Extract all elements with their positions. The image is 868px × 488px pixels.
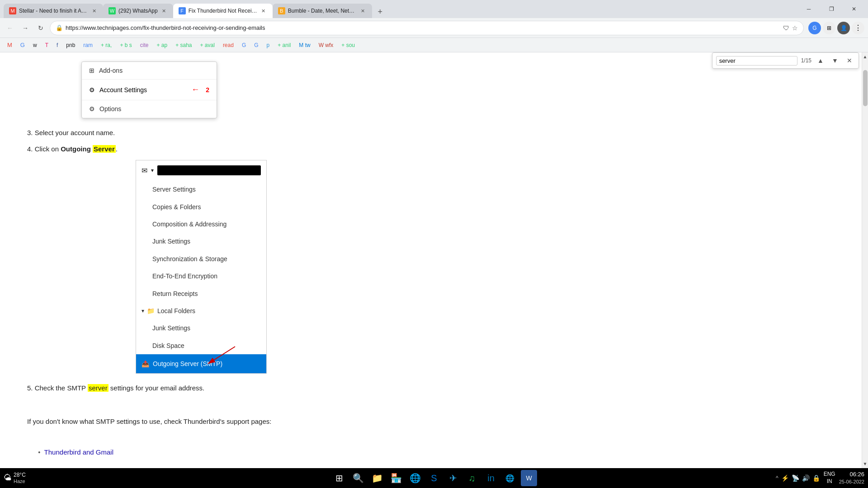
minimize-button[interactable]: ─ <box>798 2 819 16</box>
bookmark-wfx[interactable]: W wfx <box>315 41 337 50</box>
bookmark-sou[interactable]: + sou <box>338 41 359 50</box>
step4-highlight: Server <box>93 145 116 153</box>
taskbar-skype-button[interactable]: S <box>426 470 442 486</box>
bookmark-pnb[interactable]: pnb <box>62 41 79 50</box>
taskbar-telegram-button[interactable]: ✈ <box>445 470 461 486</box>
taskbar-word-button[interactable]: W <box>521 470 537 486</box>
restore-button[interactable]: ❐ <box>821 2 842 16</box>
tab-stellar[interactable]: M Stellar - Need to finish it ASAP - ✕ <box>4 4 103 18</box>
tab-technipages[interactable]: F Fix Thunderbird Not Receiving o... ✕ <box>173 4 273 18</box>
bookmark-bs[interactable]: + b s <box>116 41 135 50</box>
browser-frame: M Stellar - Need to finish it ASAP - ✕ W… <box>0 0 868 488</box>
bookmark-p[interactable]: p <box>263 41 274 50</box>
tray-chevron[interactable]: ^ <box>776 475 778 481</box>
link-item-gmail: • Thunderbird and Gmail <box>38 447 835 459</box>
close-button[interactable]: ✕ <box>844 2 864 16</box>
forward-button[interactable]: → <box>19 22 32 34</box>
taskbar-date: 25-06-2022 <box>839 479 864 485</box>
find-next-button[interactable]: ▼ <box>830 55 840 66</box>
star-icon[interactable]: ☆ <box>792 24 798 32</box>
setting-disk-space: Disk Space <box>136 337 266 354</box>
weather-widget[interactable]: 🌤 28°C Haze <box>4 472 26 484</box>
bookmark-anil[interactable]: + anil <box>274 41 294 50</box>
step4-suffix: . <box>116 145 118 153</box>
extension-icons: G ⊞ 👤 ⋮ <box>808 22 864 34</box>
taskbar-start-button[interactable]: ⊞ <box>331 470 347 486</box>
setting-lf-junk: Junk Settings <box>136 319 266 337</box>
taskbar-edge-button[interactable]: 🌐 <box>407 470 423 486</box>
bookmark-aval[interactable]: + aval <box>197 41 218 50</box>
bookmark-saha[interactable]: + saha <box>172 41 195 50</box>
bookmark-gmail[interactable]: M <box>4 40 16 50</box>
bookmark-f[interactable]: f <box>53 41 61 50</box>
taskbar-store-button[interactable]: 🏪 <box>388 470 404 486</box>
account-settings-label: Account Settings <box>99 85 147 95</box>
addons-label: Add-ons <box>99 66 123 75</box>
tab4-close[interactable]: ✕ <box>359 7 367 14</box>
scroll-up-button[interactable]: ▲ <box>863 52 868 61</box>
bookmark-t[interactable]: T <box>42 41 52 50</box>
taskbar-chrome-button[interactable]: 🌐 <box>502 470 518 486</box>
tab3-close[interactable]: ✕ <box>260 7 267 14</box>
tab4-favicon: B <box>278 7 285 14</box>
new-tab-button[interactable]: + <box>374 5 387 18</box>
bookmarks-bar: M G w T f pnb ram + ra, + b s cite + ap <box>0 38 868 52</box>
url-text: https://www.technipages.com/fix-thunderb… <box>66 24 780 31</box>
dropdown-options: ⚙ Options <box>82 100 217 117</box>
address-bar[interactable]: 🔒 https://www.technipages.com/fix-thunde… <box>50 21 804 35</box>
setting-junk: Junk Settings <box>136 233 266 250</box>
local-folders-label: Local Folders <box>157 306 195 316</box>
scroll-thumb[interactable] <box>863 70 868 106</box>
find-prev-button[interactable]: ▲ <box>815 55 826 66</box>
tab1-favicon: M <box>9 7 16 14</box>
back-button[interactable]: ← <box>4 22 16 34</box>
options-label: Options <box>99 104 121 114</box>
local-folders-header: ▾ 📁 Local Folders <box>136 302 266 319</box>
account-header: ✉ ▾ <box>136 160 266 181</box>
addons-icon: ⊞ <box>89 66 94 75</box>
taskbar-right: ^ ⚡ 📡 🔊 🔒 ENG IN 06:26 25-06-2022 <box>776 471 864 485</box>
taskbar-search-button[interactable]: 🔍 <box>350 470 366 486</box>
thunderbird-gmail-link[interactable]: Thunderbird and Gmail <box>44 447 113 458</box>
dropdown-screenshot-container: ⊞ Add-ons ⚙ Account Settings ← 2 ⚙ Optio… <box>27 61 835 118</box>
address-bar-row: ← → ↻ 🔒 https://www.technipages.com/fix-… <box>0 18 868 38</box>
tab2-favicon: W <box>108 7 116 14</box>
extensions-button[interactable]: ⊞ <box>823 22 835 34</box>
profile-button[interactable]: 👤 <box>837 22 850 34</box>
bookmark-ap[interactable]: + ap <box>153 41 171 50</box>
tray-icon-1: ⚡ <box>781 474 789 482</box>
tab1-close[interactable]: ✕ <box>90 7 98 14</box>
taskbar-spotify-button[interactable]: ♫ <box>464 470 480 486</box>
find-input[interactable] <box>716 56 797 66</box>
scroll-down-button[interactable]: ▼ <box>863 460 868 468</box>
bookmark-cite[interactable]: cite <box>137 41 152 50</box>
locale-text: ENG IN <box>824 471 835 485</box>
window-controls: ─ ❐ ✕ <box>798 2 864 18</box>
tab2-close[interactable]: ✕ <box>160 7 168 14</box>
red-arrow-svg <box>203 342 240 369</box>
extension-icon-1[interactable]: G <box>808 22 821 34</box>
smtp-info-text: If you don't know what SMTP settings to … <box>27 416 835 427</box>
weather-temp: 28°C <box>14 472 26 478</box>
tab-bumble[interactable]: B Bumble - Date, Meet, Network B... ✕ <box>273 4 372 18</box>
bookmark-ram[interactable]: ram <box>80 41 96 50</box>
bookmark-g2[interactable]: G <box>238 41 250 50</box>
tab-whatsapp[interactable]: W (292) WhatsApp ✕ <box>103 4 173 18</box>
bookmark-tw[interactable]: M tw <box>295 41 314 50</box>
taskbar-linkedin-button[interactable]: in <box>483 470 499 486</box>
step4-prefix: 4. Click on <box>27 145 61 153</box>
page-content: ⊞ Add-ons ⚙ Account Settings ← 2 ⚙ Optio… <box>0 52 868 468</box>
menu-button[interactable]: ⋮ <box>852 22 864 34</box>
refresh-button[interactable]: ↻ <box>34 22 47 34</box>
step4-text: 4. Click on Outgoing Server. <box>27 144 835 155</box>
bookmark-read[interactable]: read <box>219 41 237 50</box>
taskbar-files-button[interactable]: 📁 <box>369 470 385 486</box>
find-close-button[interactable]: ✕ <box>844 55 855 66</box>
bookmark-g3[interactable]: G <box>250 41 262 50</box>
bookmark-g1[interactable]: G <box>17 40 28 50</box>
scrollbar: ▲ ▼ <box>862 52 868 468</box>
page-main: ⊞ Add-ons ⚙ Account Settings ← 2 ⚙ Optio… <box>0 52 862 468</box>
bookmark-w[interactable]: w <box>29 41 41 50</box>
tab-bar: M Stellar - Need to finish it ASAP - ✕ W… <box>0 0 868 18</box>
bookmark-ra[interactable]: + ra, <box>97 41 115 50</box>
